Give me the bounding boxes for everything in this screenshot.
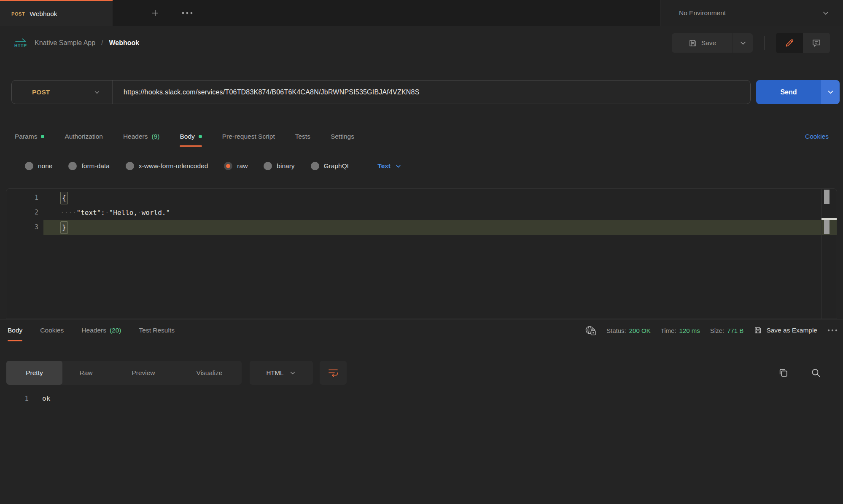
cookies-link[interactable]: Cookies <box>805 133 829 140</box>
status-pair: Status: 200 OK <box>606 327 651 334</box>
mode-none-label: none <box>38 162 52 170</box>
mode-raw[interactable]: raw <box>224 162 248 170</box>
bracket-highlight: } <box>60 221 68 234</box>
response-tab-cookies[interactable]: Cookies <box>40 319 64 341</box>
comments-button[interactable] <box>803 33 830 53</box>
environment-selector[interactable]: No Environment <box>660 0 843 26</box>
tab-settings[interactable]: Settings <box>331 126 354 147</box>
send-button[interactable]: Send <box>756 80 821 104</box>
tab-params[interactable]: Params <box>15 126 44 147</box>
tab-body[interactable]: Body <box>180 126 202 147</box>
mode-raw-label: raw <box>237 162 248 170</box>
params-active-dot <box>41 135 44 138</box>
size-label: Size: <box>710 327 724 334</box>
mode-binary-label: binary <box>277 162 294 170</box>
send-button-group: Send <box>756 80 840 104</box>
plus-icon <box>151 9 159 17</box>
new-tab-button[interactable] <box>151 9 159 17</box>
mode-form-data[interactable]: form-data <box>68 162 109 170</box>
wrap-lines-button[interactable] <box>320 361 347 385</box>
line-number: 1 <box>6 190 43 205</box>
view-pretty[interactable]: Pretty <box>6 361 62 385</box>
response-header: Body Cookies Headers (20) Test Results <box>0 319 843 341</box>
radio-none[interactable] <box>25 162 33 170</box>
response-meta-bar: Status: 200 OK Time: 120 ms Size: 771 B … <box>585 319 838 341</box>
radio-graphql[interactable] <box>311 162 319 170</box>
response-toolbar: Pretty Raw Preview Visualize HTML <box>0 361 843 385</box>
response-options-button[interactable] <box>827 329 838 332</box>
more-options-icon <box>181 11 193 15</box>
postman-app-window: POST Webhook No Environment HTTP Knative… <box>0 0 843 504</box>
radio-binary[interactable] <box>264 162 272 170</box>
response-tab-test-results[interactable]: Test Results <box>139 319 175 341</box>
tab-authorization[interactable]: Authorization <box>65 126 102 147</box>
tab-params-label: Params <box>15 133 37 140</box>
chevron-down-icon <box>822 9 830 17</box>
whitespace-dots: ···· <box>60 209 77 217</box>
radio-form-data[interactable] <box>68 162 77 170</box>
tab-tests[interactable]: Tests <box>295 126 310 147</box>
copy-response-button[interactable] <box>778 367 789 380</box>
view-preview[interactable]: Preview <box>110 361 177 385</box>
line-number: 3 <box>6 220 43 235</box>
method-dropdown[interactable]: POST <box>12 80 112 104</box>
request-body-editor[interactable]: 1 { 2 ····"text":·"Hello,·world." 3 } <box>6 188 837 319</box>
time-value: 120 ms <box>679 327 700 334</box>
send-options-button[interactable] <box>821 80 840 104</box>
mode-form-data-label: form-data <box>81 162 109 170</box>
editor-scrollbar-track <box>821 189 821 319</box>
chevron-down-icon <box>739 39 747 47</box>
raw-type-label: Text <box>377 162 391 170</box>
breadcrumb-collection[interactable]: Knative Sample App <box>35 39 95 47</box>
response-body-viewer[interactable]: 1 ok <box>0 392 843 405</box>
save-button-label: Save <box>701 39 716 47</box>
wrap-text-icon <box>328 368 338 378</box>
status-label: Status: <box>606 327 626 334</box>
response-line-number: 1 <box>0 392 29 405</box>
method-dropdown-label: POST <box>32 88 94 96</box>
copy-icon <box>778 367 789 378</box>
mode-graphql[interactable]: GraphQL <box>311 162 351 170</box>
editor-scrollbar-thumb[interactable] <box>824 220 830 234</box>
request-tabs: Params Authorization Headers (9) Body Pr… <box>0 126 843 147</box>
header-actions-divider <box>764 36 765 50</box>
tab-headers[interactable]: Headers (9) <box>123 126 160 147</box>
mode-binary[interactable]: binary <box>264 162 294 170</box>
network-info-button[interactable] <box>585 325 596 336</box>
mode-none[interactable]: none <box>25 162 52 170</box>
http-request-icon: HTTP <box>14 38 27 48</box>
save-icon <box>754 326 762 335</box>
radio-urlencoded[interactable] <box>126 162 134 170</box>
save-button[interactable]: Save <box>672 33 733 53</box>
edit-request-button[interactable] <box>776 33 803 53</box>
breadcrumb-request-name[interactable]: Webhook <box>109 39 140 47</box>
view-raw[interactable]: Raw <box>62 361 110 385</box>
radio-raw-selected[interactable] <box>224 162 232 170</box>
breadcrumb: Knative Sample App / Webhook <box>35 29 139 56</box>
tab-pre-request-script[interactable]: Pre-request Script <box>222 126 275 147</box>
code-line: ····"text":·"Hello,·world." <box>43 205 170 220</box>
search-response-button[interactable] <box>811 367 821 380</box>
http-arrow-icon <box>15 38 26 42</box>
editor-scrollbar-thumb[interactable] <box>824 190 830 204</box>
mode-urlencoded[interactable]: x-www-form-urlencoded <box>126 162 208 170</box>
save-options-button[interactable] <box>733 33 753 53</box>
tab-headers-label: Headers <box>123 133 148 140</box>
tab-options-button[interactable] <box>181 11 193 15</box>
url-input[interactable]: https://hooks.slack.com/services/T06TD83… <box>113 88 750 96</box>
more-options-icon <box>827 329 838 332</box>
save-icon <box>688 39 697 48</box>
chevron-down-icon <box>395 163 401 169</box>
view-visualize[interactable]: Visualize <box>177 361 242 385</box>
response-format-dropdown[interactable]: HTML <box>250 361 313 385</box>
status-value: 200 OK <box>629 327 651 334</box>
http-badge-label: HTTP <box>14 43 27 48</box>
save-as-example-button[interactable]: Save as Example <box>754 326 817 335</box>
json-key: "text": <box>77 209 105 217</box>
active-tab-underline <box>180 145 202 147</box>
response-tab-headers[interactable]: Headers (20) <box>81 319 121 341</box>
response-tab-body[interactable]: Body <box>8 319 22 341</box>
open-request-tab[interactable]: POST Webhook <box>0 0 113 26</box>
raw-type-dropdown[interactable]: Text <box>377 162 401 170</box>
size-value: 771 B <box>727 327 743 334</box>
